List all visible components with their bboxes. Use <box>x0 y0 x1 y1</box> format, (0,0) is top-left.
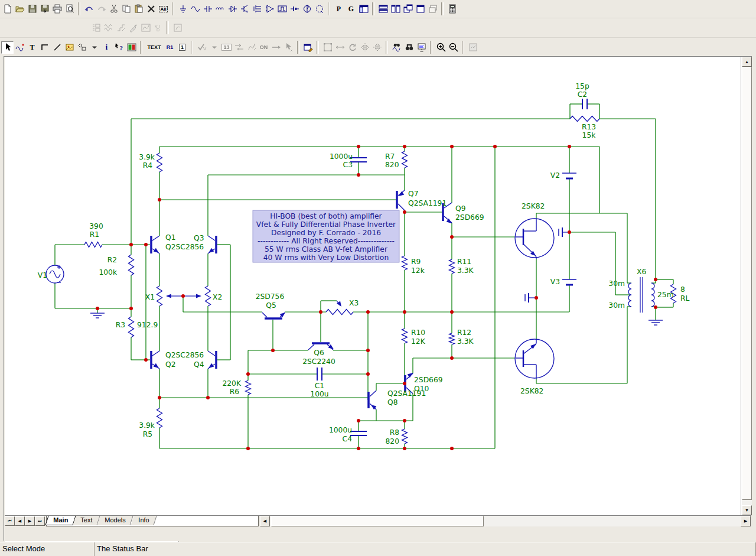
node-numbers-toggle-button[interactable]: 1 <box>176 41 188 54</box>
charge-plot-toggle-button <box>245 41 258 54</box>
calculator-icon[interactable] <box>446 3 458 15</box>
browse-window-icon[interactable] <box>415 41 428 54</box>
enable-disable-mode-button[interactable] <box>125 41 138 54</box>
spice-netlist-icon[interactable]: G <box>345 3 357 15</box>
tile-vertical-icon[interactable] <box>389 3 402 15</box>
shape-dropdown-icon[interactable] <box>88 41 100 54</box>
shape-mode-button[interactable] <box>76 41 88 54</box>
next-page-button[interactable]: ▶ <box>25 516 35 526</box>
picture-mode-button[interactable] <box>63 41 76 54</box>
component-label: X1 <box>145 293 155 301</box>
vertical-scrollbar[interactable]: ▲ ▼ <box>741 57 752 515</box>
scroll-left-button[interactable]: ◀ <box>260 516 270 526</box>
component-label: 3.9k <box>139 421 155 430</box>
text-mode-button[interactable]: T <box>26 41 38 54</box>
paste-icon[interactable] <box>132 3 145 15</box>
scroll-down-button[interactable]: ▼ <box>742 505 752 515</box>
find-waveform-icon[interactable] <box>390 41 403 54</box>
inductor-component-icon[interactable] <box>214 3 226 15</box>
schematic-workspace: HI-BOB (best of both) amplifierVfet & Fu… <box>4 56 752 541</box>
component-label: 12k <box>411 266 425 275</box>
cascade-windows-icon[interactable] <box>402 3 414 15</box>
pulse-source-component-icon[interactable] <box>276 3 288 15</box>
zoom-out-icon[interactable] <box>447 41 460 54</box>
page-tab-text[interactable]: Text <box>73 516 100 525</box>
bjt-component-icon[interactable] <box>239 3 251 15</box>
page-tab-main[interactable]: Main <box>45 516 76 525</box>
toolbar-separator <box>328 2 330 15</box>
flip-x-icon <box>359 41 371 54</box>
select-box-icon <box>321 41 334 54</box>
info-mode-button[interactable]: i <box>100 41 113 54</box>
first-page-button[interactable]: ⏮ <box>5 516 15 526</box>
toolbar-separator <box>441 2 444 15</box>
attribute-text-toggle-button[interactable]: R1 <box>164 41 176 54</box>
component-label: V2 <box>550 171 560 180</box>
diode-component-icon[interactable] <box>226 3 239 15</box>
component-label: 1000u <box>330 152 353 161</box>
component-label: 12K <box>411 337 426 346</box>
component-label: 15p <box>575 82 589 90</box>
print-preview-icon[interactable] <box>63 3 76 15</box>
main-toolbar: AllPG <box>0 0 756 18</box>
toolbar-separator <box>297 41 299 54</box>
page-tab-info[interactable]: Info <box>131 516 157 525</box>
scroll-right-button[interactable]: ▶ <box>741 516 751 526</box>
save-file-icon[interactable] <box>26 3 38 15</box>
line-mode-button[interactable] <box>51 41 63 54</box>
svg-text:D: D <box>157 28 159 32</box>
wire-mode-button[interactable] <box>38 41 51 54</box>
ground-component-icon[interactable] <box>177 3 189 15</box>
component-label: 2SC2240 <box>302 357 335 366</box>
delete-icon[interactable] <box>145 3 157 15</box>
component-label: Q6 <box>314 349 324 357</box>
page-tab-models[interactable]: Models <box>97 516 134 525</box>
page-nav-buttons: ⏮◀▶⏭ <box>5 516 45 526</box>
battery-component-icon[interactable] <box>288 3 301 15</box>
schematic-canvas[interactable]: HI-BOB (best of both) amplifierVfet & Fu… <box>5 57 741 515</box>
print-icon[interactable] <box>51 3 63 15</box>
component-label: C4 <box>343 435 353 443</box>
component-label: 2SK82 <box>522 202 545 210</box>
zoom-in-icon[interactable] <box>435 41 447 54</box>
previous-page-button[interactable]: ◀ <box>15 516 25 526</box>
tile-horizontal-icon[interactable] <box>377 3 389 15</box>
component-label: 3.9k <box>139 153 155 161</box>
cut-icon[interactable] <box>107 3 120 15</box>
pin-numbers-toggle-button: 13 <box>220 41 233 54</box>
animate-ammeter-component-icon[interactable] <box>301 3 313 15</box>
component-panel-icon[interactable] <box>357 3 370 15</box>
help-mode-button[interactable]: ? <box>113 41 125 54</box>
properties-icon[interactable] <box>302 41 314 54</box>
component-label: 3.3K <box>457 337 474 346</box>
component-label: R6 <box>230 388 240 396</box>
undo-icon[interactable] <box>83 3 95 15</box>
svg-text:?: ? <box>119 44 123 51</box>
horizontal-scrollbar[interactable]: ◀ ▶ <box>260 516 751 526</box>
select-mode-button[interactable] <box>1 41 14 54</box>
vertical-scroll-thumb[interactable] <box>742 67 752 500</box>
animate-voltmeter-component-icon[interactable] <box>313 3 325 15</box>
select-all-icon[interactable]: All <box>157 3 170 15</box>
new-file-icon[interactable] <box>1 3 14 15</box>
copy-icon[interactable] <box>120 3 132 15</box>
opamp-component-icon[interactable] <box>263 3 276 15</box>
save-file-as-icon[interactable] <box>38 3 51 15</box>
waveform-buffer-icon <box>102 22 115 34</box>
component-label: R3 <box>116 321 125 329</box>
open-file-icon[interactable] <box>14 3 26 15</box>
sine-source-component-icon[interactable] <box>189 3 201 15</box>
scroll-up-button[interactable]: ▲ <box>742 57 752 67</box>
component-label: 25m <box>657 291 674 299</box>
pspice-netlist-icon[interactable]: P <box>333 3 345 15</box>
component-mode-button[interactable] <box>14 41 26 54</box>
toolbar-separator <box>317 41 319 54</box>
mosfet-component-icon[interactable] <box>251 3 263 15</box>
grid-text-toggle-button[interactable]: TEXT <box>145 41 164 54</box>
capacitor-component-icon[interactable] <box>201 3 214 15</box>
find-icon[interactable] <box>403 41 415 54</box>
maximize-window-icon[interactable] <box>414 3 426 15</box>
last-page-button[interactable]: ⏭ <box>35 516 45 526</box>
component-label: 1000u <box>329 426 352 434</box>
horizontal-scroll-thumb[interactable] <box>271 516 484 526</box>
